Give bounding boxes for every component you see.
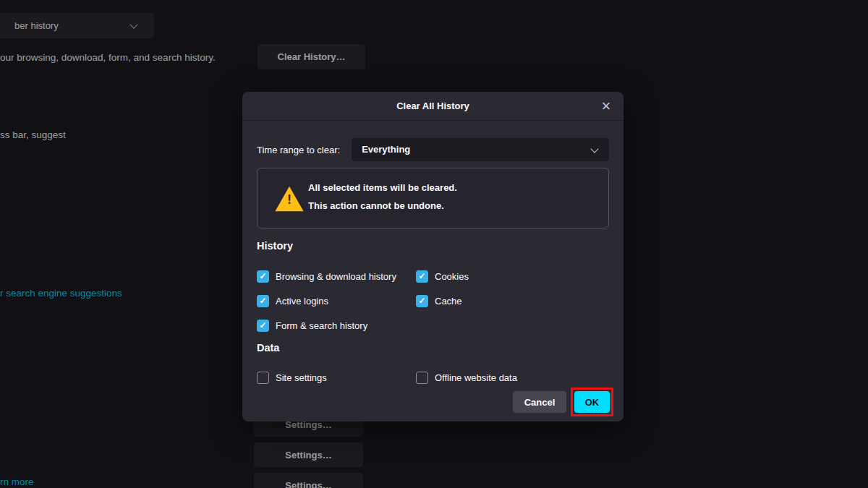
- check-icon: ✓: [418, 296, 425, 305]
- data-section-heading: Data: [257, 342, 279, 354]
- dialog-title: Clear All History: [242, 92, 624, 121]
- checkbox-label-form-search: Form & search history: [276, 320, 367, 331]
- checkbox-browsing[interactable]: ✓: [257, 270, 269, 283]
- checkbox-row-browsing[interactable]: ✓ Browsing & download history: [257, 264, 416, 288]
- checkbox-row-site-settings[interactable]: ✓ Site settings: [257, 365, 416, 390]
- warning-text-line2: This action cannot be undone.: [308, 200, 444, 211]
- cancel-button[interactable]: Cancel: [513, 391, 566, 413]
- time-range-label: Time range to clear:: [257, 145, 340, 155]
- grid-spacer: [416, 313, 609, 338]
- ok-button[interactable]: OK: [574, 391, 610, 413]
- warning-message-box: ! All selected items will be cleared. Th…: [257, 168, 609, 228]
- checkbox-label-offline-data: Offline website data: [435, 372, 517, 383]
- time-range-selected-value: Everything: [362, 144, 410, 155]
- close-icon[interactable]: ×: [597, 95, 615, 117]
- check-icon: ✓: [418, 272, 425, 281]
- checkbox-label-site-settings: Site settings: [276, 372, 327, 383]
- dialog-title-bar: Clear All History ×: [242, 92, 624, 121]
- check-icon: ✓: [259, 321, 266, 330]
- checkbox-form-search[interactable]: ✓: [257, 320, 269, 332]
- history-section-heading: History: [257, 240, 293, 252]
- checkbox-offline-data[interactable]: ✓: [416, 372, 428, 384]
- checkbox-row-offline-data[interactable]: ✓ Offline website data: [416, 365, 609, 390]
- warning-text-line1: All selected items will be cleared.: [308, 182, 457, 193]
- checkbox-row-active-logins[interactable]: ✓ Active logins: [257, 288, 416, 313]
- cancel-button-label: Cancel: [524, 397, 556, 408]
- screen: { "glyphs": { "check": "✓", "close": "×"…: [0, 0, 868, 488]
- warning-icon: !: [275, 186, 304, 212]
- chevron-down-icon: [590, 145, 598, 153]
- checkbox-row-cookies[interactable]: ✓ Cookies: [416, 264, 609, 288]
- checkbox-row-form-search[interactable]: ✓ Form & search history: [257, 313, 416, 338]
- checkbox-cookies[interactable]: ✓: [416, 270, 428, 283]
- ok-button-label: OK: [585, 397, 600, 408]
- checkbox-active-logins[interactable]: ✓: [257, 295, 269, 307]
- time-range-row: Time range to clear: Everything: [257, 138, 609, 161]
- clear-all-history-dialog: Clear All History × Time range to clear:…: [242, 92, 624, 421]
- data-checkbox-grid: ✓ Site settings ✓ Offline website data: [257, 365, 609, 390]
- warning-exclamation: !: [275, 192, 304, 207]
- history-checkbox-grid: ✓ Browsing & download history ✓ Cookies …: [257, 264, 609, 338]
- checkbox-label-cookies: Cookies: [435, 271, 469, 282]
- checkbox-site-settings[interactable]: ✓: [257, 372, 269, 384]
- check-icon: ✓: [259, 272, 266, 281]
- checkbox-label-browsing: Browsing & download history: [276, 271, 396, 282]
- check-icon: ✓: [259, 296, 266, 305]
- time-range-select[interactable]: Everything: [352, 138, 609, 161]
- checkbox-label-cache: Cache: [435, 296, 462, 307]
- checkbox-row-cache[interactable]: ✓ Cache: [416, 288, 609, 313]
- checkbox-label-active-logins: Active logins: [276, 296, 328, 307]
- checkbox-cache[interactable]: ✓: [416, 295, 428, 307]
